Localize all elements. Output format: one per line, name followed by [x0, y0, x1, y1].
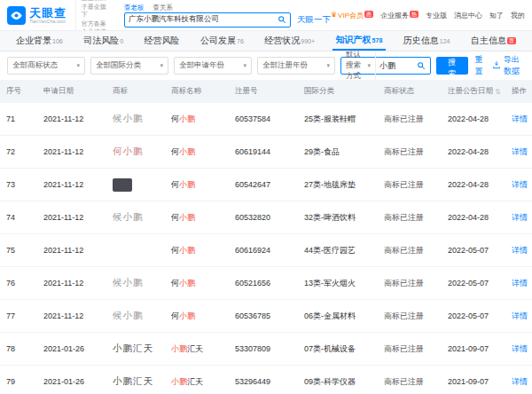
- detail-link[interactable]: 详情: [512, 279, 528, 288]
- detail-link[interactable]: 详情: [512, 377, 528, 386]
- filter-dropdowns: 全部商标状态▾全部国际分类▾全部申请年份▾全部注册年份▾: [7, 57, 335, 75]
- table-row: 762021-11-12候小鹏何小鹏6052165613类-军火烟火商标已注册2…: [0, 267, 532, 300]
- cell-apply-date: 2021-11-12: [37, 279, 106, 288]
- cell-trademark: 小鹏汇天: [106, 343, 165, 355]
- cell-registration-no: 53307809: [229, 344, 298, 353]
- cell-action: 详情: [505, 146, 532, 158]
- trademark-image: 小鹏汇天: [113, 375, 153, 386]
- cell-seq: 79: [0, 377, 37, 386]
- nav-tab-count: 578: [372, 37, 383, 43]
- name-text: 何: [171, 311, 179, 320]
- company-search-input[interactable]: [129, 15, 278, 24]
- nav-tab-label: 历史信息: [403, 35, 439, 47]
- cell-pub-date: 2022-05-07: [442, 279, 505, 288]
- detail-link[interactable]: 详情: [512, 114, 528, 123]
- keyword-input[interactable]: [379, 61, 413, 70]
- cell-intl-class: 44类-医疗园艺: [298, 245, 378, 256]
- nav-tab-label: 经营状况: [264, 35, 300, 47]
- nav-tab-count: 990+: [301, 38, 315, 44]
- topbar: 天眼查 TianYanCha.com 国家中小企业发展子基金旗下 官方备案企业征…: [0, 0, 532, 30]
- keyword-search-icon[interactable]: [417, 61, 426, 70]
- cell-trademark-name: 何小鹏: [165, 146, 229, 158]
- name-highlight: 小鹏: [179, 311, 195, 320]
- topbar-link-2[interactable]: 专业版: [426, 11, 447, 20]
- detail-link[interactable]: 详情: [512, 213, 528, 222]
- sort-icon[interactable]: ⇅: [495, 88, 501, 96]
- cell-pub-date: 2022-04-28: [442, 180, 505, 189]
- nav-tab-label: 自主信息: [471, 35, 506, 47]
- search-mode-select[interactable]: 默认搜索方式 ▾: [346, 50, 376, 82]
- topbar-link-5[interactable]: 我的: [511, 11, 525, 20]
- name-text: 何: [171, 246, 179, 255]
- table-body: 712021-11-12候小鹏何小鹏6053758425类-服装鞋帽商标已注册2…: [0, 103, 532, 394]
- nav-tab-3[interactable]: 公司发展76: [197, 31, 247, 51]
- cell-intl-class: 07类-机械设备: [298, 343, 378, 355]
- cell-registration-no: 60532820: [229, 213, 298, 222]
- column-header-label: 注册公告日期: [448, 86, 493, 97]
- chevron-down-icon: ▾: [76, 62, 80, 69]
- nav-tab-badge: 荐: [507, 37, 516, 44]
- nav-tab-6[interactable]: 历史信息124: [400, 31, 454, 51]
- topbar-link-3[interactable]: 消息中心: [454, 11, 482, 20]
- topbar-link-4[interactable]: 知了: [489, 11, 504, 20]
- nav-tab-label: 知识产权: [336, 34, 372, 46]
- detail-link[interactable]: 详情: [512, 344, 528, 353]
- cell-action: 详情: [505, 278, 532, 289]
- filter-dropdown-0[interactable]: 全部商标状态▾: [7, 57, 85, 75]
- topbar-link-1[interactable]: 企业服务热: [380, 11, 419, 20]
- logo[interactable]: 天眼查 TianYanCha.com: [7, 6, 70, 25]
- detail-link[interactable]: 详情: [512, 147, 528, 156]
- column-header-label: 序号: [6, 86, 21, 97]
- name-text: 何: [171, 279, 179, 288]
- cell-action: 详情: [505, 311, 532, 322]
- nav-tab-4[interactable]: 经营状况990+: [261, 31, 318, 51]
- nav-tab-2[interactable]: 经营风险: [141, 31, 184, 51]
- filter-dropdown-1[interactable]: 全部国际分类▾: [90, 57, 168, 75]
- name-text: 汇天: [187, 377, 203, 386]
- search-tab-1[interactable]: 查关系: [153, 4, 173, 12]
- detail-link[interactable]: 详情: [512, 311, 528, 320]
- nav-tab-7[interactable]: 自主信息荐: [467, 31, 520, 51]
- reset-button[interactable]: 重置: [475, 54, 488, 77]
- detail-link[interactable]: 详情: [512, 180, 528, 189]
- nav-tab-1[interactable]: 司法风险0: [80, 31, 127, 51]
- trademark-image: 候小鹏: [113, 310, 144, 320]
- search-tab-0[interactable]: 查老板: [124, 4, 145, 12]
- nav-tab-5[interactable]: 知识产权578: [332, 31, 387, 51]
- filter-dropdown-3[interactable]: 全部注册年份▾: [257, 57, 335, 75]
- topbar-link-label: 企业服务: [380, 11, 409, 20]
- filter-dropdown-2[interactable]: 全部申请年份▾: [174, 57, 252, 75]
- column-header-0: 序号: [0, 86, 37, 97]
- column-header-3: 商标名称: [165, 86, 229, 97]
- cell-trademark-name: 小鹏汇天: [165, 376, 229, 388]
- name-text: 何: [171, 213, 179, 222]
- eye-logo-icon: [7, 6, 26, 25]
- cell-apply-date: 2021-11-12: [37, 147, 106, 156]
- table-row: 792021-01-26小鹏汇天小鹏汇天5329644909类-科学仪器商标已注…: [0, 366, 532, 394]
- table-row: 732021-11-12何小鹏6054264727类-地毯席垫商标已注册2022…: [0, 169, 532, 201]
- cell-status: 商标已注册: [378, 212, 442, 224]
- nav-tab-count: 106: [52, 38, 63, 44]
- cell-apply-date: 2021-11-12: [37, 213, 106, 222]
- cell-status: 商标已注册: [378, 343, 442, 355]
- topbar-link-label: 知了: [489, 11, 504, 20]
- name-text: 何: [171, 114, 179, 123]
- topbar-link-0[interactable]: ♛VIP会员惠: [331, 11, 373, 20]
- cell-seq: 77: [0, 311, 37, 320]
- cell-pub-date: 2022-04-28: [442, 213, 505, 222]
- search-button[interactable]: 搜索: [436, 57, 468, 75]
- column-header-5: 国际分类: [298, 86, 378, 97]
- cell-status: 商标已注册: [378, 146, 442, 158]
- search-icon[interactable]: [278, 15, 286, 24]
- detail-link[interactable]: 详情: [512, 246, 528, 255]
- export-data-link[interactable]: 导出数据: [492, 54, 525, 77]
- cell-seq: 74: [0, 213, 37, 222]
- column-header-label: 国际分类: [304, 86, 334, 97]
- cell-action: 详情: [505, 212, 532, 224]
- nav-tab-0[interactable]: 企业背景106: [12, 31, 66, 51]
- name-highlight: 小鹏: [171, 344, 187, 353]
- chevron-down-icon: ▾: [243, 62, 246, 69]
- search-submit-link[interactable]: 天眼一下: [297, 14, 331, 26]
- topbar-link-label: 我的: [511, 11, 525, 20]
- name-highlight: 小鹏: [179, 114, 195, 123]
